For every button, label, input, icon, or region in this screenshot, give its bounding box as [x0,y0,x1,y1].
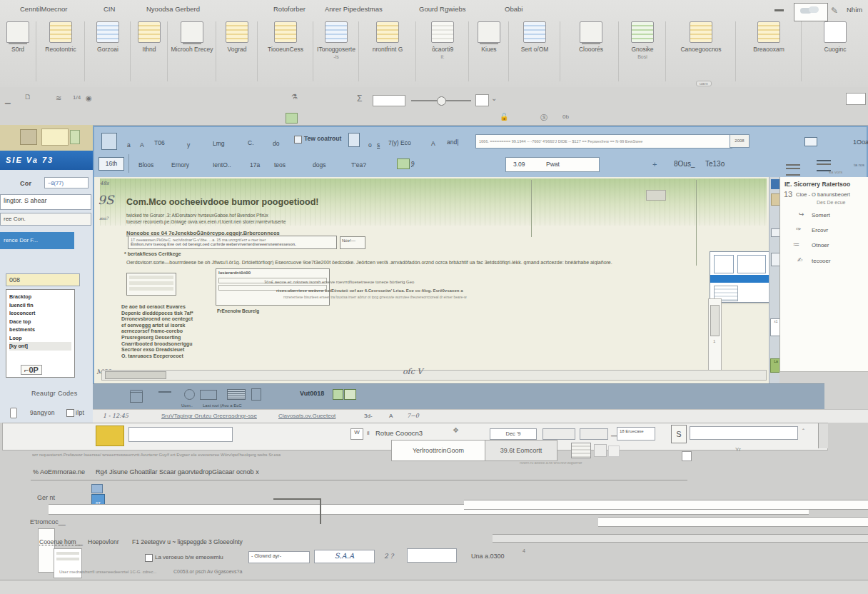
embedded-form[interactable]: lusierardró0ó00 [216,268,330,306]
pane-menu-item[interactable]: Otnoer [812,242,829,248]
ribbon-button[interactable]: Microoh Erecey [168,21,216,81]
menu-item[interactable]: Ernory [171,161,189,168]
dash-icon[interactable]: ▁ [5,96,11,104]
ribbon-button[interactable]: TiooeunCess [258,21,313,81]
caret-icon[interactable]: ˆ [802,428,804,435]
clipboard-icon[interactable] [101,133,117,150]
combo-box[interactable]: 18 Eruecase [617,427,655,441]
side-button[interactable] [771,253,779,266]
text-field[interactable] [128,427,233,442]
menu-item[interactable]: dogs [313,161,326,168]
table-icon[interactable] [397,158,410,169]
menu-item[interactable]: 8Ous_ [674,160,695,168]
list-item[interactable]: [ky ont] [9,342,71,351]
menu-icon[interactable] [130,390,143,403]
tab[interactable]: 39.6t Eomcortt [485,440,557,461]
s-button[interactable]: S [671,425,687,443]
tool-glyph[interactable]: C. [248,139,254,146]
formula-strip[interactable]: 1666. ========= 99.1944 -- -7660' 4'9660… [475,134,732,148]
page-icon[interactable] [251,388,261,401]
list-item[interactable]: bestments [9,326,71,334]
yellow-field[interactable]: 008 [6,273,80,286]
horizontal-scrollbar[interactable] [101,370,767,381]
tool-glyph[interactable]: do [273,140,279,147]
menu-item[interactable]: teos [274,161,286,168]
side-button[interactable]: La [770,358,779,373]
ribbon-button[interactable]: ITonoggoserte-ls [314,21,359,81]
checkbox[interactable] [145,554,153,562]
ribbon-button[interactable]: Sert o/OM [510,21,560,81]
lock-icon[interactable]: 🔓 [500,113,508,121]
tool-glyph[interactable]: o [368,141,372,148]
checkbox[interactable] [294,136,302,144]
text-field[interactable]: ree Con. [0,213,91,226]
tool-glyph[interactable]: A [431,140,435,147]
page-number-box[interactable]: 16th [99,157,124,171]
ribbon-button[interactable]: nrontfrint G [360,21,416,81]
mini-field[interactable] [373,95,405,106]
text-field[interactable]: lingtor. S ahear [0,194,91,210]
check-label[interactable]: ilpt [76,409,84,416]
zoom-slider-handle[interactable] [437,96,446,106]
ribbon-button[interactable]: Canoegoocnos [667,21,736,81]
tool-icon[interactable] [20,129,37,145]
document-icon[interactable]: 🗋 [24,93,31,101]
pane-menu-item[interactable]: Somert [812,212,830,218]
slider-handle[interactable] [682,451,692,461]
hamburger-icon[interactable] [786,164,800,176]
signature-icon[interactable]: ≋ [56,94,61,102]
checkbox-label[interactable]: La veroeuo b/w emeowmlu [155,554,223,560]
coin-icon[interactable]: ⓢ [540,113,547,123]
ribbon-button[interactable]: Reootontric [37,21,85,81]
selection-band[interactable] [710,275,770,283]
table-green-icon[interactable] [286,113,298,124]
ribbon-button[interactable]: Gorzoai [86,21,131,81]
ribbon-button[interactable]: Breaooxam [737,21,802,81]
sigma-icon[interactable]: Σ [357,94,362,104]
ribbon-tab[interactable]: Rotoforber [273,5,306,13]
checkbox[interactable] [66,409,74,417]
ribbon-tab[interactable]: CenntilMoecnor [20,5,68,13]
combo-box[interactable] [580,428,608,440]
side-button[interactable] [771,193,779,206]
ribbon-tab[interactable]: Anrer Pipedestmas [325,5,383,13]
eye-icon[interactable]: ◉ [86,94,92,102]
rows-icon[interactable] [227,389,246,400]
ribbon-button[interactable]: Kiues [470,21,509,81]
text-field[interactable] [690,426,798,440]
combo-box[interactable]: ~8(77) [44,177,89,188]
tool-glyph[interactable]: T06 [154,139,165,146]
ribbon-button[interactable]: GnosikeBosi [620,21,666,81]
minimize-icon[interactable] [774,9,784,11]
pane-menu-item[interactable]: tecooer [812,258,831,264]
status-link[interactable]: Clavosats.ov.Gueeteot [278,413,335,419]
ribbon-tab[interactable]: Nyoodsa Gerberd [146,5,200,13]
option-cell[interactable] [714,255,734,273]
scroll-button[interactable] [818,423,828,448]
scrollbar-thumb[interactable] [710,305,720,336]
list-item[interactable]: Dace top [9,318,71,326]
pane-title[interactable]: SIE Va 73 [0,151,93,170]
pane-menu-item[interactable]: Ercovr [812,227,828,233]
ribbon-button[interactable]: S0rd [0,21,36,81]
ghost-button[interactable] [608,446,620,457]
list-item[interactable]: Ieoconcert [9,309,71,318]
ribbon-tab[interactable]: Gourd Rgwiebs [419,5,465,13]
dropdown[interactable]: - Glownd ayr- [248,551,310,563]
yellow-app-icon[interactable] [96,426,124,446]
grid-icon[interactable] [571,443,591,458]
font-combo[interactable]: 3.09 Pwat [505,157,600,172]
glyph-button[interactable]: ⌐0P [21,365,42,375]
year-box[interactable]: 2008 [730,134,750,148]
ribbon-button[interactable]: ôcaorti9il: [417,21,469,81]
ribbon-button[interactable]: Ithnd [131,21,168,81]
tool-icon[interactable] [70,130,80,144]
tool-glyph[interactable]: and| [447,139,458,146]
ribbon-button[interactable]: Cuoginc [802,21,868,81]
option-label[interactable]: Rotue Cooocn3 [375,429,423,437]
preview-thumbnail[interactable] [794,3,828,21]
side-button[interactable]: x1 [770,318,779,336]
menu-item[interactable]: Bloos [138,161,153,168]
tool-glyph[interactable]: A [140,141,144,148]
spinner[interactable]: W [350,428,363,440]
